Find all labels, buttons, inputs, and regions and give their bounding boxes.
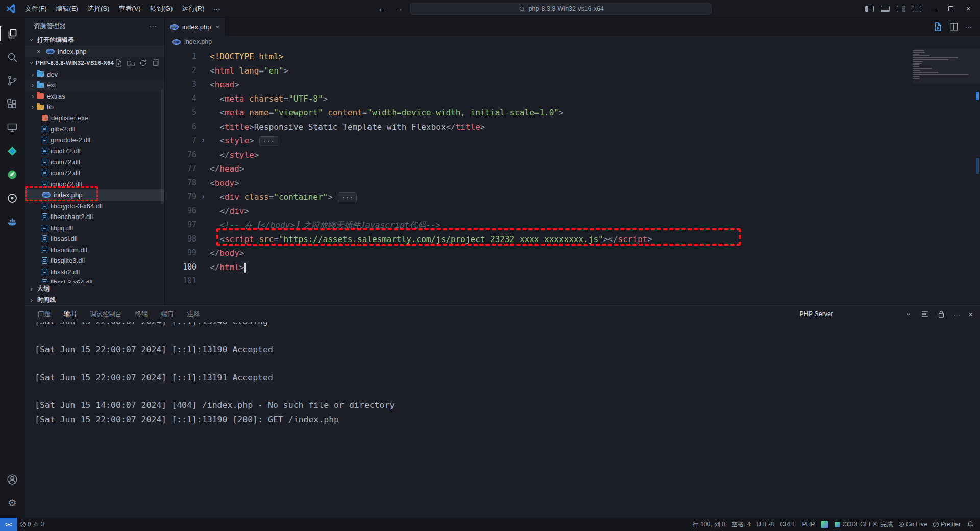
editor-more-actions-icon[interactable]: ··· bbox=[965, 23, 972, 31]
forward-icon[interactable]: → bbox=[393, 4, 405, 13]
code-line-98[interactable]: 98 <script src="https://assets.salesmart… bbox=[165, 232, 980, 247]
output-log[interactable]: [Sat Jun 15 22:00:07 2024] [::1]:13146 C… bbox=[24, 322, 980, 518]
code-line-4[interactable]: 4 <meta charset="UTF-8"> bbox=[165, 92, 980, 106]
panel-tab-4[interactable]: 端口 bbox=[161, 306, 174, 322]
code-line-7[interactable]: 7› <style>··· bbox=[165, 134, 980, 148]
command-center-search[interactable]: php-8.3.8-Win32-vs16-x64 bbox=[410, 3, 712, 15]
notifications-bell-icon[interactable] bbox=[964, 518, 980, 531]
tree-item-gmodule-2.dll[interactable]: gmodule-2.dll bbox=[24, 135, 164, 146]
remote-explorer-icon[interactable] bbox=[0, 116, 24, 139]
tree-item-icudt72.dll[interactable]: icudt72.dll bbox=[24, 146, 164, 157]
extensions-icon[interactable] bbox=[0, 92, 24, 116]
tree-item-icuuc72.dll[interactable]: icuuc72.dll bbox=[24, 179, 164, 190]
cursor-position[interactable]: 行 100, 列 8 bbox=[690, 518, 728, 531]
collapse-all-icon[interactable] bbox=[152, 59, 159, 67]
docker-icon[interactable] bbox=[0, 210, 24, 233]
extension-green-icon[interactable] bbox=[0, 163, 24, 186]
maximize-icon[interactable] bbox=[943, 2, 959, 16]
code-line-97[interactable]: 97 <!-- 在【</body>】之前放聊天插件Javascript代码--> bbox=[165, 218, 980, 232]
menu-item-1[interactable]: 编辑(E) bbox=[52, 2, 83, 15]
code-line-100[interactable]: 100</html> bbox=[165, 260, 980, 275]
timeline-section[interactable]: › 时间线 bbox=[24, 294, 164, 305]
fold-chevron-icon[interactable]: › bbox=[197, 134, 210, 148]
extension-teal-icon[interactable] bbox=[0, 139, 24, 163]
explorer-icon[interactable] bbox=[0, 22, 24, 45]
code-line-99[interactable]: 99</body> bbox=[165, 246, 980, 260]
problems-status[interactable]: 0 ⚠ 0 bbox=[17, 518, 47, 531]
panel-more-actions-icon[interactable]: ··· bbox=[953, 310, 960, 318]
tab-close-icon[interactable]: × bbox=[215, 23, 219, 31]
folded-region-badge[interactable]: ··· bbox=[338, 192, 357, 202]
tree-item-icuin72.dll[interactable]: icuin72.dll bbox=[24, 157, 164, 168]
menu-item-2[interactable]: 选择(S) bbox=[83, 2, 114, 15]
minimize-icon[interactable]: ─ bbox=[926, 2, 941, 16]
close-editor-icon[interactable]: × bbox=[37, 47, 43, 55]
folded-region-badge[interactable]: ··· bbox=[259, 136, 278, 146]
code-line-78[interactable]: 78<body> bbox=[165, 176, 980, 190]
code-line-96[interactable]: 96 </div> bbox=[165, 204, 980, 219]
refresh-icon[interactable] bbox=[139, 59, 147, 67]
source-control-icon[interactable] bbox=[0, 69, 24, 92]
tree-item-deplister.exe[interactable]: deplister.exe bbox=[24, 113, 164, 124]
indentation[interactable]: 空格: 4 bbox=[728, 518, 753, 531]
settings-gear-icon[interactable]: ⚙ bbox=[0, 491, 24, 515]
new-file-icon[interactable] bbox=[115, 59, 122, 67]
menu-item-5[interactable]: 运行(R) bbox=[177, 2, 209, 15]
encoding[interactable]: UTF-8 bbox=[753, 518, 777, 531]
tree-item-libsodium.dll[interactable]: libsodium.dll bbox=[24, 245, 164, 256]
sidebar-scrollbar[interactable] bbox=[161, 89, 164, 204]
codegeex-status[interactable]: CODEGEEX: 完成 bbox=[831, 518, 896, 531]
tree-item-dev[interactable]: ›dev bbox=[24, 69, 164, 80]
tree-item-extras[interactable]: ›extras bbox=[24, 91, 164, 102]
customize-layout-icon[interactable] bbox=[913, 6, 921, 12]
toggle-sidebar-icon[interactable] bbox=[865, 6, 874, 12]
tree-item-libpq.dll[interactable]: libpq.dll bbox=[24, 223, 164, 234]
tree-item-libenchant2.dll[interactable]: libenchant2.dll bbox=[24, 211, 164, 223]
account-icon[interactable] bbox=[0, 468, 24, 491]
tree-item-lib[interactable]: ›lib bbox=[24, 102, 164, 113]
fold-chevron-icon[interactable]: › bbox=[197, 190, 210, 204]
code-line-2[interactable]: 2<html lang="en"> bbox=[165, 64, 980, 78]
code-line-79[interactable]: 79› <div class="container">··· bbox=[165, 190, 980, 204]
tree-item-libsqlite3.dll[interactable]: libsqlite3.dll bbox=[24, 255, 164, 267]
panel-tab-5[interactable]: 注释 bbox=[187, 306, 200, 322]
sidebar-more-actions-icon[interactable]: ··· bbox=[150, 22, 158, 30]
extension-badge-icon[interactable] bbox=[818, 518, 831, 531]
panel-tab-0[interactable]: 问题 bbox=[38, 306, 51, 322]
panel-tab-2[interactable]: 调试控制台 bbox=[90, 306, 122, 322]
menu-item-3[interactable]: 查看(V) bbox=[114, 2, 145, 15]
menu-item-0[interactable]: 文件(F) bbox=[20, 2, 52, 15]
tree-item-libsasl.dll[interactable]: libsasl.dll bbox=[24, 233, 164, 245]
prettier-status[interactable]: Prettier bbox=[930, 518, 964, 531]
toggle-secondary-sidebar-icon[interactable] bbox=[897, 6, 905, 12]
menu-item-6[interactable]: ··· bbox=[209, 3, 225, 15]
extension-circle-icon[interactable] bbox=[0, 186, 24, 210]
tree-item-libssl-3-x64.dll[interactable]: libssl-3-x64.dll bbox=[24, 277, 164, 283]
new-folder-icon[interactable] bbox=[127, 59, 135, 67]
split-editor-icon[interactable] bbox=[949, 22, 958, 31]
menu-item-4[interactable]: 转到(G) bbox=[145, 2, 178, 15]
panel-tab-3[interactable]: 终端 bbox=[135, 306, 148, 322]
language-mode[interactable]: PHP bbox=[799, 518, 818, 531]
tree-item-libcrypto-3-x64.dll[interactable]: libcrypto-3-x64.dll bbox=[24, 201, 164, 212]
code-line-1[interactable]: 1<!DOCTYPE html> bbox=[165, 50, 980, 64]
lock-scroll-icon[interactable] bbox=[937, 310, 945, 318]
go-live-button[interactable]: Go Live bbox=[896, 518, 930, 531]
code-line-3[interactable]: 3<head> bbox=[165, 78, 980, 92]
tab-index-php[interactable]: index.php × bbox=[165, 18, 225, 36]
code-line-77[interactable]: 77</head> bbox=[165, 162, 980, 176]
clear-output-icon[interactable] bbox=[921, 310, 929, 318]
tree-item-icuio72.dll[interactable]: icuio72.dll bbox=[24, 167, 164, 179]
remote-indicator[interactable]: >< bbox=[0, 518, 17, 531]
search-view-icon[interactable] bbox=[0, 45, 24, 69]
code-line-76[interactable]: 76 </style> bbox=[165, 148, 980, 162]
output-channel-select[interactable]: PHP Server › bbox=[799, 310, 913, 318]
close-icon[interactable]: × bbox=[961, 2, 976, 16]
eol-sequence[interactable]: CRLF bbox=[777, 518, 799, 531]
code-line-5[interactable]: 5 <meta name="viewport" content="width=d… bbox=[165, 106, 980, 120]
run-preview-icon[interactable] bbox=[934, 22, 942, 31]
code-editor[interactable]: 1<!DOCTYPE html>2<html lang="en">3<head>… bbox=[165, 48, 980, 305]
code-line-6[interactable]: 6 <title>Responsive Static Template with… bbox=[165, 120, 980, 134]
tree-item-libssh2.dll[interactable]: libssh2.dll bbox=[24, 267, 164, 278]
panel-tab-1[interactable]: 输出 bbox=[64, 306, 77, 322]
